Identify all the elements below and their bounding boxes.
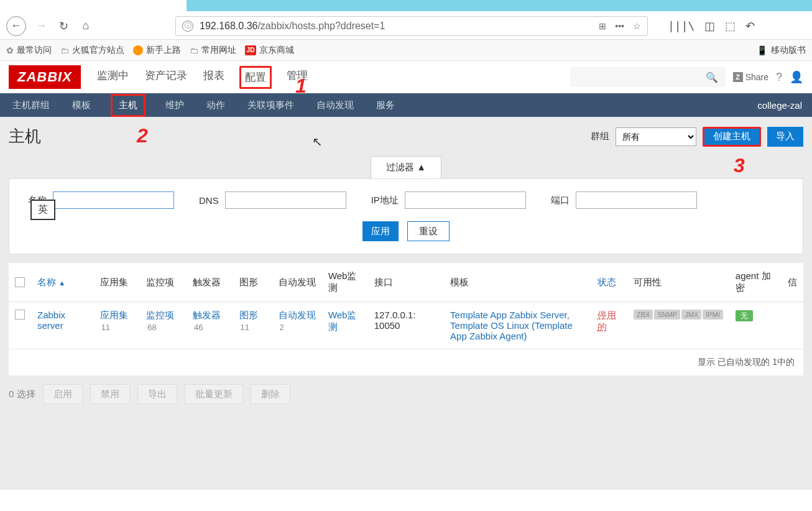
subnav-host-groups[interactable]: 主机群组 xyxy=(10,94,52,116)
forward-button[interactable]: → xyxy=(34,19,48,34)
items-link[interactable]: 监控项 xyxy=(146,310,174,320)
export-button: 导出 xyxy=(137,384,177,404)
th-web: Web监测 xyxy=(322,263,368,302)
toolbar-right: |||\ ◫ ⬚ ↶ xyxy=(668,19,755,33)
qr-icon[interactable]: ⊞ xyxy=(599,21,606,31)
mass-update-button: 批量更新 xyxy=(185,384,243,404)
bookmarks-right[interactable]: 📱 移动版书 xyxy=(757,45,806,56)
annotation-2: 2 xyxy=(137,124,148,147)
subnav-hosts[interactable]: 主机 xyxy=(111,94,145,117)
filter-reset-button[interactable]: 重设 xyxy=(407,221,450,241)
action-bar: 0 选择 启用 禁用 导出 批量更新 删除 xyxy=(9,375,803,413)
jd-icon: JD xyxy=(245,45,256,55)
filter-tab[interactable]: 过滤器 ▲ xyxy=(371,156,441,178)
items-count: 68 xyxy=(147,323,156,332)
table-footer-text: 显示 已自动发现的 1中的 xyxy=(9,349,803,375)
import-button[interactable]: 导入 xyxy=(767,127,803,147)
row-checkbox[interactable] xyxy=(15,310,25,320)
browser-tab-bar xyxy=(0,0,812,12)
triggers-count: 46 xyxy=(194,323,203,332)
delete-button: 删除 xyxy=(251,384,290,404)
subnav-templates[interactable]: 模板 xyxy=(70,94,93,116)
folder-icon: 🗀 xyxy=(190,45,198,55)
filter-dns-field: DNS xyxy=(199,191,346,209)
search-icon: 🔍 xyxy=(706,71,718,83)
th-items: 监控项 xyxy=(140,263,187,302)
status-link[interactable]: 停用的 xyxy=(597,310,616,332)
th-status[interactable]: 状态 xyxy=(591,263,627,302)
subnav-maintenance[interactable]: 维护 xyxy=(163,94,187,116)
zabbix-header: ZABBIX 监测中 资产记录 报表 配置 管理 🔍 Z Share ? 👤 xyxy=(0,61,812,93)
subnav-services[interactable]: 服务 xyxy=(374,94,397,116)
group-select[interactable]: 所有 xyxy=(616,127,696,146)
share-label: Share xyxy=(745,72,768,82)
mobile-label: 移动版书 xyxy=(771,45,806,56)
subnav-discovery[interactable]: 自动发现 xyxy=(314,94,356,116)
filter-port-input[interactable] xyxy=(576,191,697,209)
mobile-icon: 📱 xyxy=(757,45,767,55)
bookmark-common-sites[interactable]: 🗀 常用网址 xyxy=(190,45,236,56)
url-host: 192.168.0.36 xyxy=(200,21,257,31)
filter-apply-button[interactable]: 应用 xyxy=(362,221,399,241)
screenshot-icon[interactable]: ⬚ xyxy=(725,19,736,33)
templates-cell[interactable]: Template App Zabbix Server, Template OS … xyxy=(450,310,573,341)
search-box[interactable]: 🔍 xyxy=(570,67,726,87)
th-triggers: 触发器 xyxy=(187,263,233,302)
sidebar-icon[interactable]: ◫ xyxy=(704,19,715,33)
nav-inventory[interactable]: 资产记录 xyxy=(144,66,188,89)
discovery-link[interactable]: 自动发现 xyxy=(279,310,316,320)
user-icon[interactable]: 👤 xyxy=(790,70,803,84)
subnav-actions[interactable]: 动作 xyxy=(204,94,228,116)
subnav-correlation[interactable]: 关联项事件 xyxy=(245,94,297,116)
annotation-3: 3 xyxy=(734,154,745,177)
applications-count: 11 xyxy=(101,323,110,332)
bookmark-new-to-firefox[interactable]: 新手上路 xyxy=(133,45,181,56)
ellipsis-icon[interactable]: ••• xyxy=(615,21,624,31)
bookmark-label: 新手上路 xyxy=(146,45,181,56)
home-button[interactable]: ⌂ xyxy=(78,19,93,34)
help-icon[interactable]: ? xyxy=(776,71,782,84)
filter-name-input[interactable] xyxy=(53,191,174,209)
annotation-1: 1 xyxy=(295,75,307,98)
site-info-icon[interactable]: ⓘ xyxy=(182,21,193,32)
browser-toolbar: ← → ↻ ⌂ ⓘ 192.168.0.36/zabbix/hosts.php?… xyxy=(0,12,812,40)
select-all-checkbox[interactable] xyxy=(15,277,25,287)
nav-reports[interactable]: 报表 xyxy=(202,66,226,89)
th-name[interactable]: 名称 ▲ xyxy=(31,263,94,302)
reload-button[interactable]: ↻ xyxy=(56,19,71,34)
url-path: /zabbix/hosts.php?ddreset=1 xyxy=(257,21,385,31)
firefox-icon xyxy=(133,45,143,55)
bookmark-jd[interactable]: JD 京东商城 xyxy=(245,45,294,56)
header-right: 🔍 Z Share ? 👤 xyxy=(570,67,803,87)
graphs-link[interactable]: 图形 xyxy=(239,310,258,320)
share-button[interactable]: Z Share xyxy=(733,72,768,82)
star-icon: ✿ xyxy=(6,45,14,55)
undo-icon[interactable]: ↶ xyxy=(745,19,755,33)
nav-configuration[interactable]: 配置 xyxy=(239,66,272,89)
th-interface: 接口 xyxy=(368,263,444,302)
create-host-button[interactable]: 创建主机 xyxy=(703,127,761,147)
avail-zbx-badge: ZBX xyxy=(634,310,653,320)
filter-ip-input[interactable] xyxy=(405,191,526,209)
table-row: Zabbix server 应用集 11 监控项 68 触发器 46 图形 11… xyxy=(9,302,803,349)
web-link[interactable]: Web监测 xyxy=(328,310,357,332)
bookmark-most-visited[interactable]: ✿ 最常访问 xyxy=(6,45,52,56)
bookmark-label: 最常访问 xyxy=(17,45,52,56)
url-bar[interactable]: ⓘ 192.168.0.36/zabbix/hosts.php?ddreset=… xyxy=(175,16,648,36)
triggers-link[interactable]: 触发器 xyxy=(193,310,221,320)
library-icon[interactable]: |||\ xyxy=(668,19,694,33)
page-header-row: 主机 群组 所有 创建主机 导入 xyxy=(9,126,803,147)
bookmark-firefox-official[interactable]: 🗀 火狐官方站点 xyxy=(60,45,124,56)
nav-monitoring[interactable]: 监测中 xyxy=(96,66,130,89)
page-title: 主机 xyxy=(9,126,41,147)
filter-dns-input[interactable] xyxy=(225,191,346,209)
back-button[interactable]: ← xyxy=(6,16,26,36)
applications-link[interactable]: 应用集 xyxy=(100,310,128,320)
z-icon: Z xyxy=(733,72,743,82)
encryption-badge: 无 xyxy=(736,310,753,321)
bookmark-star-icon[interactable]: ☆ xyxy=(633,21,641,31)
host-name-link[interactable]: Zabbix server xyxy=(37,310,65,331)
th-info: 信 xyxy=(782,263,803,302)
zabbix-logo[interactable]: ZABBIX xyxy=(9,65,81,89)
sort-asc-icon: ▲ xyxy=(58,279,65,287)
